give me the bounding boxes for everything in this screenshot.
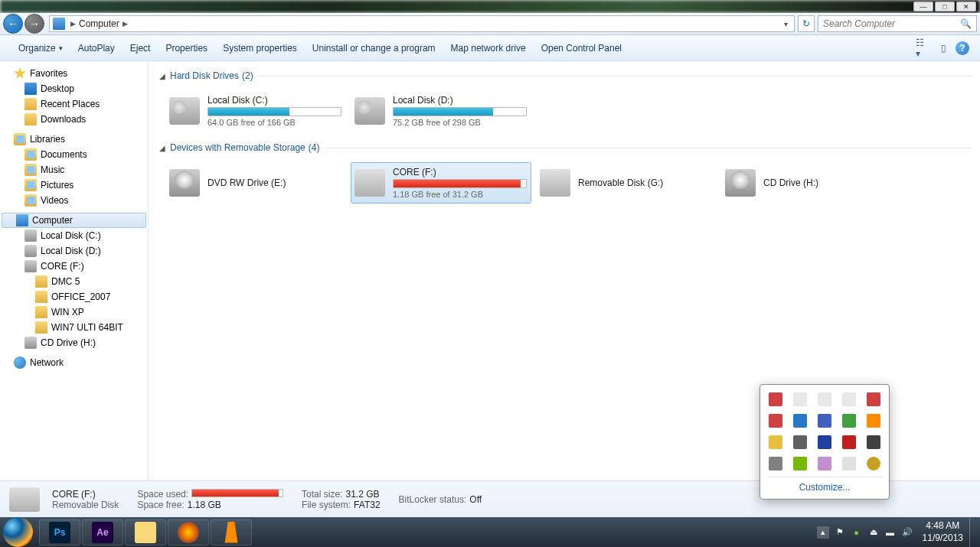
- tray-app-icon[interactable]: [769, 392, 782, 406]
- folder-icon: [35, 275, 47, 288]
- toolbar-open-control-panel[interactable]: Open Control Panel: [534, 38, 629, 58]
- help-button[interactable]: ?: [956, 41, 969, 55]
- sidebar-item-cd-drive-h[interactable]: CD Drive (H:): [0, 335, 148, 350]
- taskbar: Ps Ae ▲ ⚑ ● ⏏ ▬ 🔊 4:48 AM 11/9/2013: [0, 517, 980, 547]
- sidebar-computer[interactable]: Computer: [2, 213, 146, 228]
- sidebar-item-local-disk-d[interactable]: Local Disk (D:): [0, 243, 148, 259]
- sidebar-item-desktop[interactable]: Desktop: [0, 81, 148, 96]
- view-options-button[interactable]: ☷ ▾: [916, 41, 931, 56]
- sidebar-item-core-f[interactable]: CORE (F:): [0, 259, 148, 274]
- tray-app-icon[interactable]: [793, 435, 807, 449]
- taskbar-app-explorer[interactable]: [125, 519, 166, 545]
- sidebar-item-recent-places[interactable]: Recent Places: [0, 96, 148, 112]
- tray-app-icon[interactable]: [818, 392, 831, 406]
- computer-icon: [16, 214, 28, 226]
- breadcrumb-sep-icon: ▶: [122, 20, 128, 28]
- tray-app-icon[interactable]: [793, 392, 807, 406]
- show-desktop-button[interactable]: [969, 518, 977, 547]
- tray-app-icon[interactable]: [793, 414, 807, 428]
- group-removable-storage[interactable]: ◢ Devices with Removable Storage (4): [159, 142, 972, 153]
- sidebar-item-folder-win7ulti[interactable]: WIN7 ULTI 64BIT: [0, 320, 148, 335]
- network-icon[interactable]: ▬: [884, 526, 897, 539]
- sidebar-item-videos[interactable]: Videos: [0, 193, 148, 208]
- breadcrumb-dropdown-icon[interactable]: ▾: [784, 20, 788, 28]
- window-maximize-button[interactable]: □: [935, 2, 955, 11]
- taskbar-app-aftereffects[interactable]: Ae: [82, 519, 123, 545]
- tray-app-icon[interactable]: [842, 414, 856, 428]
- toolbar-organize[interactable]: Organize: [11, 38, 70, 58]
- breadcrumb-location[interactable]: Computer: [79, 18, 119, 29]
- toolbar-eject[interactable]: Eject: [122, 38, 158, 58]
- firefox-icon: [178, 522, 199, 543]
- folder-icon: [24, 113, 37, 125]
- cd-drive-icon: [24, 337, 37, 349]
- tray-app-icon[interactable]: [818, 457, 831, 470]
- drive-local-disk-d[interactable]: Local Disk (D:) 75.2 GB free of 298 GB: [351, 90, 531, 132]
- drive-cd-h[interactable]: CD Drive (H:): [721, 162, 902, 203]
- tray-status-icon[interactable]: ●: [851, 526, 863, 539]
- tray-app-icon[interactable]: [867, 392, 880, 406]
- tray-app-icon[interactable]: [867, 435, 880, 449]
- sidebar-item-documents[interactable]: Documents: [0, 147, 148, 162]
- sidebar-item-downloads[interactable]: Downloads: [0, 112, 148, 127]
- tray-app-icon[interactable]: [769, 457, 782, 470]
- collapse-icon: ◢: [159, 144, 165, 152]
- tray-app-icon[interactable]: [842, 392, 856, 406]
- volume-icon[interactable]: 🔊: [901, 526, 913, 539]
- search-box[interactable]: 🔍: [818, 15, 977, 32]
- taskbar-app-vlc[interactable]: [211, 519, 252, 545]
- sidebar-item-folder-winxp[interactable]: WIN XP: [0, 304, 148, 320]
- tray-app-icon[interactable]: [769, 435, 782, 449]
- preview-pane-button[interactable]: ▯: [936, 41, 951, 56]
- group-hard-disk-drives[interactable]: ◢ Hard Disk Drives (2): [159, 70, 972, 81]
- taskbar-clock[interactable]: 4:48 AM 11/9/2013: [916, 520, 969, 544]
- toolbar-uninstall[interactable]: Uninstall or change a program: [305, 38, 443, 58]
- tray-app-icon[interactable]: [818, 414, 831, 428]
- tray-app-icon[interactable]: [867, 414, 880, 428]
- capacity-bar: [393, 107, 527, 116]
- removable-drive-icon: [540, 169, 570, 197]
- tray-app-icon[interactable]: [842, 435, 856, 449]
- tray-app-icon[interactable]: [867, 457, 880, 470]
- refresh-button[interactable]: ↻: [798, 15, 815, 32]
- tray-icon-grid: [766, 392, 883, 470]
- toolbar-properties[interactable]: Properties: [158, 38, 215, 58]
- tray-app-icon[interactable]: [769, 414, 782, 428]
- nav-back-button[interactable]: ←: [3, 14, 23, 34]
- safely-remove-icon[interactable]: ⏏: [867, 526, 880, 539]
- sidebar-item-pictures[interactable]: Pictures: [0, 177, 148, 193]
- window-close-button[interactable]: ✕: [956, 2, 976, 11]
- toolbar-map-network[interactable]: Map network drive: [443, 38, 534, 58]
- drive-local-disk-c[interactable]: Local Disk (C:) 64.0 GB free of 166 GB: [165, 90, 346, 132]
- taskbar-app-firefox[interactable]: [168, 519, 209, 545]
- cd-drive-icon: [725, 169, 756, 197]
- toolbar-autoplay[interactable]: AutoPlay: [70, 38, 122, 58]
- tray-app-icon[interactable]: [793, 457, 807, 470]
- tray-app-icon[interactable]: [842, 457, 856, 470]
- tray-overflow-button[interactable]: ▲: [817, 526, 829, 539]
- sidebar-libraries[interactable]: Libraries: [0, 132, 148, 147]
- sidebar-item-local-disk-c[interactable]: Local Disk (C:): [0, 228, 148, 243]
- drive-dvd-rw-e[interactable]: DVD RW Drive (E:): [165, 162, 346, 203]
- sidebar-item-folder-dmc5[interactable]: DMC 5: [0, 274, 148, 289]
- taskbar-app-photoshop[interactable]: Ps: [39, 519, 80, 545]
- nav-forward-button[interactable]: →: [24, 14, 44, 34]
- titlebar-controls: — □ ✕: [913, 2, 976, 11]
- breadcrumb[interactable]: ▶ Computer ▶ ▾: [49, 15, 795, 32]
- action-center-icon[interactable]: ⚑: [834, 526, 846, 539]
- sidebar-network[interactable]: Network: [0, 355, 148, 370]
- sidebar-item-music[interactable]: Music: [0, 162, 148, 177]
- drive-removable-g[interactable]: Removable Disk (G:): [536, 162, 717, 203]
- sidebar-favorites[interactable]: Favorites: [0, 66, 148, 81]
- group-separator: [260, 76, 972, 77]
- search-icon: 🔍: [960, 18, 972, 29]
- window-minimize-button[interactable]: —: [913, 2, 933, 11]
- sidebar-item-folder-office2007[interactable]: OFFICE_2007: [0, 289, 148, 304]
- start-button[interactable]: [3, 517, 33, 547]
- search-input[interactable]: [823, 18, 960, 29]
- drive-core-f[interactable]: CORE (F:) 1.18 GB free of 31.2 GB: [351, 162, 531, 203]
- tray-app-icon[interactable]: [818, 435, 831, 449]
- desktop-icon: [24, 83, 37, 95]
- toolbar-system-properties[interactable]: System properties: [215, 38, 305, 58]
- tray-customize-link[interactable]: Customize...: [766, 477, 883, 496]
